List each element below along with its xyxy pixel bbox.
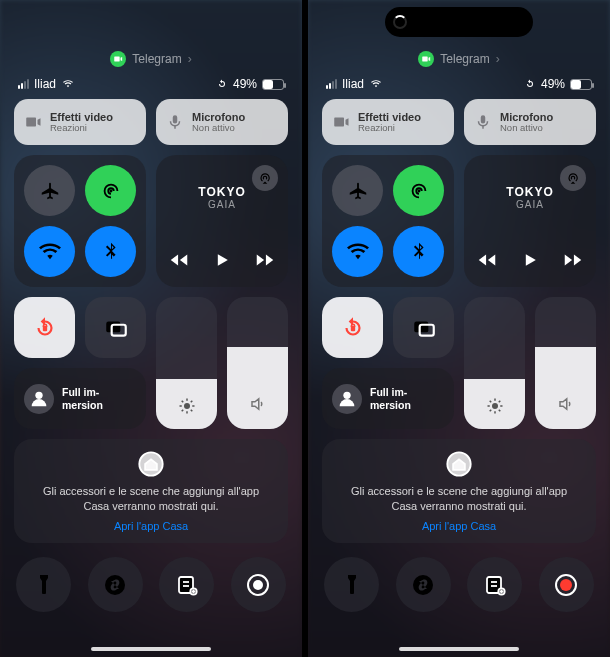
cellular-data-button[interactable] <box>85 165 136 216</box>
svg-point-0 <box>109 189 112 192</box>
connectivity-tile[interactable] <box>14 155 146 287</box>
rotation-lock-button[interactable] <box>14 297 75 358</box>
forward-button[interactable] <box>254 249 276 275</box>
rotation-lock-button[interactable] <box>322 297 383 358</box>
svg-line-34 <box>489 410 491 412</box>
bluetooth-button[interactable] <box>393 226 444 277</box>
chevron-right-icon: › <box>188 52 192 66</box>
svg-line-12 <box>181 410 183 412</box>
cellular-data-button[interactable] <box>393 165 444 216</box>
dynamic-island[interactable] <box>385 7 533 37</box>
home-message: Gli accessori e le scene che aggiungi al… <box>340 484 578 514</box>
video-effects-icon <box>332 113 350 131</box>
screenshot-left: Telegram › Iliad 49% Effetti video <box>0 0 302 657</box>
shazam-button[interactable] <box>88 557 143 612</box>
media-artist: GAIA <box>506 199 553 210</box>
play-button[interactable] <box>212 250 232 274</box>
microphone-title: Microfono <box>192 111 245 123</box>
home-open-link[interactable]: Apri l'app Casa <box>422 520 496 532</box>
volume-slider[interactable] <box>227 297 288 429</box>
notes-button[interactable] <box>467 557 522 612</box>
airplay-button[interactable] <box>560 165 586 191</box>
chevron-right-icon: › <box>496 52 500 66</box>
svg-line-10 <box>181 401 183 403</box>
carrier-label: Iliad <box>342 77 364 91</box>
screen-record-button[interactable] <box>539 557 594 612</box>
rewind-button[interactable] <box>168 249 190 275</box>
source-app-name: Telegram <box>440 52 489 66</box>
focus-icon <box>332 384 362 414</box>
forward-button[interactable] <box>562 249 584 275</box>
home-tile[interactable]: Gli accessori e le scene che aggiungi al… <box>14 439 288 543</box>
wifi-button[interactable] <box>332 226 383 277</box>
svg-point-26 <box>343 391 350 398</box>
wifi-icon <box>61 79 75 89</box>
rotation-lock-status-icon <box>216 78 228 90</box>
flashlight-button[interactable] <box>324 557 379 612</box>
play-button[interactable] <box>520 250 540 274</box>
volume-slider[interactable] <box>535 297 596 429</box>
wifi-button[interactable] <box>24 226 75 277</box>
flashlight-button[interactable] <box>16 557 71 612</box>
airplane-mode-button[interactable] <box>24 165 75 216</box>
brightness-slider[interactable] <box>464 297 525 429</box>
focus-label: Full im- mersion <box>62 386 103 410</box>
brightness-slider[interactable] <box>156 297 217 429</box>
video-effects-pill[interactable]: Effetti video Reazioni <box>14 99 146 145</box>
media-artist: GAIA <box>198 199 245 210</box>
airplane-mode-button[interactable] <box>332 165 383 216</box>
focus-button[interactable]: Full im- mersion <box>14 368 146 429</box>
media-tile[interactable]: TOKYO GAIA <box>464 155 596 287</box>
svg-line-33 <box>498 410 500 412</box>
spinner-icon <box>393 15 407 29</box>
svg-point-4 <box>35 391 42 398</box>
microphone-pill[interactable]: Microfono Non attivo <box>464 99 596 145</box>
svg-point-22 <box>417 189 420 192</box>
brightness-icon <box>178 397 196 419</box>
focus-icon <box>24 384 54 414</box>
home-tile[interactable]: Gli accessori e le scene che aggiungi al… <box>322 439 596 543</box>
microphone-subtitle: Non attivo <box>192 123 245 133</box>
focus-button[interactable]: Full im- mersion <box>322 368 454 429</box>
volume-icon <box>249 395 267 417</box>
home-message: Gli accessori e le scene che aggiungi al… <box>32 484 270 514</box>
volume-icon <box>557 395 575 417</box>
svg-point-5 <box>184 403 190 409</box>
svg-line-13 <box>190 401 192 403</box>
video-effects-title: Effetti video <box>358 111 421 123</box>
brightness-icon <box>486 397 504 419</box>
microphone-pill[interactable]: Microfono Non attivo <box>156 99 288 145</box>
home-indicator[interactable] <box>91 647 211 651</box>
media-tile[interactable]: TOKYO GAIA <box>156 155 288 287</box>
shazam-button[interactable] <box>396 557 451 612</box>
microphone-icon <box>166 113 184 131</box>
carrier-label: Iliad <box>34 77 56 91</box>
bluetooth-button[interactable] <box>85 226 136 277</box>
screen-mirroring-button[interactable] <box>85 297 146 358</box>
screen-mirroring-button[interactable] <box>393 297 454 358</box>
media-title: TOKYO <box>506 185 553 199</box>
rewind-button[interactable] <box>476 249 498 275</box>
video-effects-pill[interactable]: Effetti video Reazioni <box>322 99 454 145</box>
status-bar: Iliad 49% <box>14 77 288 91</box>
camera-badge-icon <box>110 51 126 67</box>
wifi-icon <box>369 79 383 89</box>
svg-line-35 <box>498 401 500 403</box>
screen-record-button[interactable] <box>231 557 286 612</box>
focus-label: Full im- mersion <box>370 386 411 410</box>
home-indicator[interactable] <box>399 647 519 651</box>
airplay-button[interactable] <box>252 165 278 191</box>
connectivity-tile[interactable] <box>322 155 454 287</box>
battery-pct: 49% <box>541 77 565 91</box>
notes-button[interactable] <box>159 557 214 612</box>
home-open-link[interactable]: Apri l'app Casa <box>114 520 188 532</box>
svg-line-32 <box>489 401 491 403</box>
record-idle-icon <box>247 574 269 596</box>
video-effects-subtitle: Reazioni <box>50 123 113 133</box>
svg-rect-24 <box>414 321 428 332</box>
svg-line-11 <box>190 410 192 412</box>
source-app-pill[interactable]: Telegram › <box>14 51 288 67</box>
microphone-title: Microfono <box>500 111 553 123</box>
signal-icon <box>326 79 337 89</box>
source-app-pill[interactable]: Telegram › <box>322 51 596 67</box>
